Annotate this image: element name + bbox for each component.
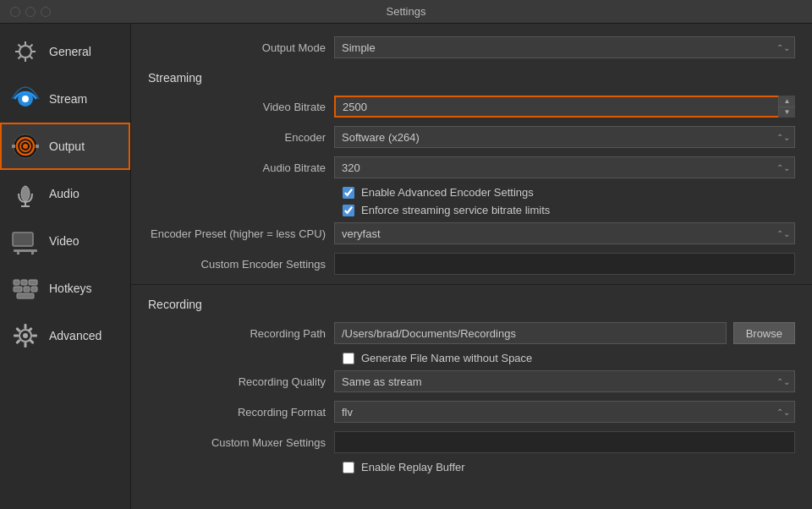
enable-replay-checkbox[interactable] bbox=[343, 462, 354, 473]
encoder-preset-control: veryfast faster fast medium slow ⌃⌄ bbox=[334, 222, 795, 244]
sidebar-item-output[interactable]: Output bbox=[0, 123, 130, 170]
recording-section-header: Recording bbox=[148, 298, 795, 311]
svg-line-7 bbox=[30, 45, 33, 47]
minimize-button[interactable] bbox=[25, 7, 36, 17]
generate-filename-row: Generate File Name without Space bbox=[148, 352, 795, 364]
recording-quality-select-wrapper: Same as stream High Quality, Medium File… bbox=[334, 370, 795, 392]
audio-bitrate-select[interactable]: 320 256 192 128 bbox=[334, 156, 795, 178]
recording-format-select-wrapper: flv mp4 mkv ts m3u8 ⌃⌄ bbox=[334, 401, 795, 423]
svg-line-6 bbox=[30, 57, 33, 59]
video-bitrate-control: ▲ ▼ bbox=[334, 96, 795, 118]
sidebar: General Stream bbox=[0, 24, 131, 509]
maximize-button[interactable] bbox=[41, 7, 51, 17]
section-divider bbox=[131, 284, 812, 285]
svg-rect-29 bbox=[31, 287, 37, 292]
video-bitrate-row: Video Bitrate ▲ ▼ bbox=[148, 95, 795, 118]
encoder-preset-select[interactable]: veryfast faster fast medium slow bbox=[334, 222, 795, 244]
encoder-row: Encoder Software (x264) Hardware (NVENC)… bbox=[148, 125, 795, 149]
enforce-streaming-label[interactable]: Enforce streaming service bitrate limits bbox=[361, 204, 550, 216]
video-bitrate-input[interactable] bbox=[334, 96, 795, 118]
audio-bitrate-select-wrapper: 320 256 192 128 ⌃⌄ bbox=[334, 156, 795, 178]
generate-filename-label[interactable]: Generate File Name without Space bbox=[361, 352, 532, 364]
encoder-preset-label: Encoder Preset (higher = less CPU) bbox=[148, 227, 334, 240]
enforce-streaming-row: Enforce streaming service bitrate limits bbox=[148, 204, 795, 216]
svg-rect-16 bbox=[36, 145, 39, 148]
sidebar-label-stream: Stream bbox=[49, 92, 87, 106]
recording-format-select[interactable]: flv mp4 mkv ts m3u8 bbox=[334, 401, 795, 423]
sidebar-label-video: Video bbox=[49, 234, 80, 248]
window-controls bbox=[10, 7, 51, 17]
video-icon bbox=[10, 226, 41, 256]
enable-replay-label[interactable]: Enable Replay Buffer bbox=[361, 461, 465, 473]
sidebar-item-advanced[interactable]: Advanced bbox=[0, 312, 130, 359]
general-icon bbox=[10, 36, 41, 67]
sidebar-item-stream[interactable]: Stream bbox=[0, 75, 130, 123]
enforce-streaming-checkbox[interactable] bbox=[343, 205, 354, 216]
custom-encoder-label: Custom Encoder Settings bbox=[148, 258, 334, 271]
recording-path-row: Recording Path Browse bbox=[148, 321, 795, 345]
enable-advanced-checkbox[interactable] bbox=[343, 187, 354, 199]
video-bitrate-down-button[interactable]: ▼ bbox=[779, 107, 795, 118]
generate-filename-checkbox[interactable] bbox=[343, 353, 354, 364]
audio-bitrate-row: Audio Bitrate 320 256 192 128 ⌃⌄ bbox=[148, 156, 795, 179]
encoder-preset-select-wrapper: veryfast faster fast medium slow ⌃⌄ bbox=[334, 222, 795, 244]
sidebar-label-hotkeys: Hotkeys bbox=[49, 282, 92, 295]
stream-icon bbox=[10, 84, 41, 114]
svg-rect-15 bbox=[12, 145, 15, 148]
svg-point-0 bbox=[19, 46, 31, 57]
content-area: Output Mode Simple Advanced ⌃⌄ Streaming… bbox=[131, 24, 812, 509]
svg-rect-33 bbox=[25, 324, 27, 329]
output-mode-label: Output Mode bbox=[148, 41, 334, 54]
custom-encoder-control bbox=[334, 253, 795, 275]
hotkeys-icon bbox=[10, 273, 41, 304]
enable-advanced-label[interactable]: Enable Advanced Encoder Settings bbox=[361, 186, 534, 199]
svg-rect-35 bbox=[14, 335, 19, 337]
recording-format-row: Recording Format flv mp4 mkv ts m3u8 ⌃⌄ bbox=[148, 400, 795, 424]
output-mode-row: Output Mode Simple Advanced ⌃⌄ bbox=[148, 36, 795, 58]
output-mode-select[interactable]: Simple Advanced bbox=[334, 36, 795, 58]
sidebar-label-audio: Audio bbox=[49, 187, 80, 200]
recording-quality-select[interactable]: Same as stream High Quality, Medium File… bbox=[334, 370, 795, 392]
svg-rect-36 bbox=[32, 335, 37, 337]
custom-muxer-label: Custom Muxer Settings bbox=[148, 436, 334, 449]
sidebar-item-hotkeys[interactable]: Hotkeys bbox=[0, 265, 130, 312]
svg-rect-27 bbox=[14, 287, 22, 292]
svg-rect-25 bbox=[21, 280, 27, 285]
encoder-select-wrapper: Software (x264) Hardware (NVENC) ⌃⌄ bbox=[334, 126, 795, 148]
svg-point-17 bbox=[21, 186, 30, 201]
encoder-control: Software (x264) Hardware (NVENC) ⌃⌄ bbox=[334, 126, 795, 148]
close-button[interactable] bbox=[10, 7, 20, 17]
browse-button[interactable]: Browse bbox=[733, 322, 795, 344]
encoder-preset-row: Encoder Preset (higher = less CPU) veryf… bbox=[148, 222, 795, 245]
recording-quality-row: Recording Quality Same as stream High Qu… bbox=[148, 369, 795, 393]
enable-advanced-row: Enable Advanced Encoder Settings bbox=[148, 186, 795, 199]
advanced-icon bbox=[10, 320, 41, 351]
svg-point-32 bbox=[23, 333, 28, 338]
svg-line-8 bbox=[19, 57, 21, 59]
audio-bitrate-label: Audio Bitrate bbox=[148, 161, 334, 174]
svg-point-14 bbox=[23, 144, 28, 149]
recording-format-control: flv mp4 mkv ts m3u8 ⌃⌄ bbox=[334, 401, 795, 423]
recording-path-control: Browse bbox=[334, 322, 795, 344]
custom-encoder-input[interactable] bbox=[334, 253, 795, 275]
sidebar-item-general[interactable]: General bbox=[0, 28, 130, 75]
svg-line-5 bbox=[19, 45, 21, 47]
svg-point-10 bbox=[22, 96, 29, 102]
output-icon bbox=[10, 131, 41, 161]
sidebar-item-audio[interactable]: Audio bbox=[0, 170, 130, 217]
sidebar-label-general: General bbox=[49, 45, 91, 58]
svg-rect-28 bbox=[24, 287, 30, 292]
recording-path-input[interactable] bbox=[334, 322, 727, 344]
svg-rect-26 bbox=[29, 280, 37, 285]
video-bitrate-up-button[interactable]: ▲ bbox=[779, 96, 795, 107]
custom-muxer-input[interactable] bbox=[334, 431, 795, 453]
encoder-label: Encoder bbox=[148, 131, 334, 144]
recording-quality-label: Recording Quality bbox=[148, 375, 334, 388]
sidebar-item-video[interactable]: Video bbox=[0, 217, 130, 265]
custom-muxer-control bbox=[334, 431, 795, 453]
enable-replay-row: Enable Replay Buffer bbox=[148, 461, 795, 473]
svg-rect-21 bbox=[14, 249, 37, 252]
encoder-select[interactable]: Software (x264) Hardware (NVENC) bbox=[334, 126, 795, 148]
audio-bitrate-control: 320 256 192 128 ⌃⌄ bbox=[334, 156, 795, 178]
svg-rect-34 bbox=[25, 342, 27, 348]
